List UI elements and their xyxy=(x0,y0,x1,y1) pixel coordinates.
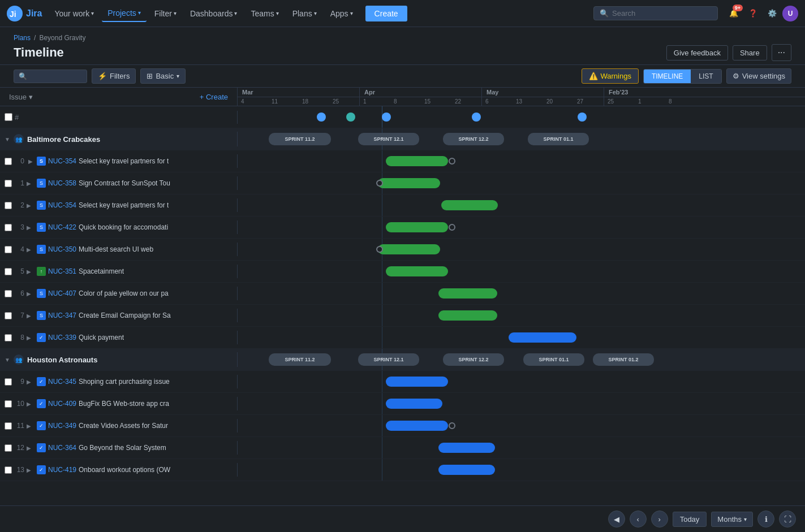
basic-button[interactable]: ⊞ Basic ▾ xyxy=(140,68,186,84)
fullscreen-button[interactable]: ⛶ xyxy=(779,511,796,527)
expand-icon[interactable]: ▶ xyxy=(27,224,35,231)
today-button[interactable]: Today xyxy=(673,512,707,527)
issue-key[interactable]: NUC-345 xyxy=(48,378,76,386)
tab-timeline[interactable]: TIMELINE xyxy=(644,70,691,83)
nav-dashboards[interactable]: Dashboards ▾ xyxy=(184,6,243,21)
jira-logo[interactable]: Ji Jira xyxy=(7,6,42,21)
warnings-button[interactable]: ⚠️ Warnings xyxy=(582,68,639,84)
expand-icon[interactable]: ▶ xyxy=(27,157,35,165)
expand-group-icon[interactable]: ▼ xyxy=(5,357,10,363)
search-box[interactable]: 🔍 Search xyxy=(593,6,718,20)
issue-key[interactable]: NUC-354 xyxy=(48,157,76,165)
nav-next-button[interactable]: › xyxy=(651,511,668,527)
row-checkbox[interactable] xyxy=(5,180,12,187)
task-bar[interactable] xyxy=(386,222,448,232)
settings-button[interactable]: ⚙️ xyxy=(763,5,781,23)
more-options-button[interactable]: ··· xyxy=(772,44,791,61)
issue-cell: 13 ▶ ✓ NUC-419 Onboard workout options (… xyxy=(0,463,238,477)
issue-key[interactable]: NUC-409 xyxy=(48,400,76,408)
row-checkbox[interactable] xyxy=(5,246,12,253)
issue-key[interactable]: NUC-349 xyxy=(48,422,76,430)
task-bar[interactable] xyxy=(438,288,497,299)
row-checkbox[interactable] xyxy=(5,378,12,386)
row-checkbox[interactable] xyxy=(5,444,12,452)
row-checkbox[interactable] xyxy=(5,312,12,319)
expand-icon[interactable]: ▶ xyxy=(27,401,35,407)
expand-icon[interactable]: ▶ xyxy=(27,423,35,429)
task-bar[interactable] xyxy=(378,178,440,188)
task-bar[interactable] xyxy=(509,332,576,343)
issue-key[interactable]: NUC-419 xyxy=(48,466,76,474)
select-all-checkbox[interactable] xyxy=(5,113,12,121)
row-checkbox[interactable] xyxy=(5,400,12,408)
issue-key[interactable]: NUC-354 xyxy=(48,201,76,209)
nav-back-button[interactable]: ◀ xyxy=(608,511,625,527)
task-bar[interactable] xyxy=(386,421,448,431)
expand-icon[interactable]: ▶ xyxy=(27,445,35,451)
expand-icon[interactable]: ▶ xyxy=(27,313,35,319)
row-checkbox[interactable] xyxy=(5,466,12,474)
nav-filter[interactable]: Filter ▾ xyxy=(149,6,182,21)
task-bar[interactable] xyxy=(378,244,440,254)
nav-teams[interactable]: Teams ▾ xyxy=(245,6,284,21)
expand-icon[interactable]: ▶ xyxy=(27,246,35,253)
row-checkbox[interactable] xyxy=(5,224,12,231)
months-button[interactable]: Months ▾ xyxy=(711,512,753,527)
issue-title: Onboard workout options (OW xyxy=(79,466,170,474)
task-bar[interactable] xyxy=(438,465,495,475)
task-bar[interactable] xyxy=(386,377,448,387)
table-row: 5 ▶ ↑ NUC-351 Spacetainment xyxy=(0,261,805,283)
create-button[interactable]: Create xyxy=(365,6,407,21)
issue-title: Color of pale yellow on our pa xyxy=(79,289,169,297)
task-bar[interactable] xyxy=(441,200,498,210)
expand-icon[interactable]: ▶ xyxy=(27,291,35,297)
issue-key[interactable]: NUC-351 xyxy=(48,267,76,275)
nav-projects[interactable]: Projects ▾ xyxy=(102,5,147,22)
expand-icon[interactable]: ▶ xyxy=(27,335,35,341)
issue-key[interactable]: NUC-364 xyxy=(48,444,76,452)
expand-icon[interactable]: ▶ xyxy=(27,269,35,275)
issue-key[interactable]: NUC-407 xyxy=(48,289,76,297)
expand-icon[interactable]: ▶ xyxy=(27,379,35,385)
row-checkbox[interactable] xyxy=(5,202,12,209)
share-button[interactable]: Share xyxy=(733,45,767,60)
issue-key[interactable]: NUC-347 xyxy=(48,312,76,319)
row-checkbox[interactable] xyxy=(5,158,12,165)
task-bar[interactable] xyxy=(386,266,448,276)
row-number: 0 xyxy=(14,157,24,165)
avatar[interactable]: U xyxy=(782,6,798,21)
expand-icon[interactable]: ▶ xyxy=(27,467,35,473)
expand-icon[interactable]: ▶ xyxy=(27,202,35,209)
tab-list[interactable]: LIST xyxy=(691,70,721,83)
task-bar[interactable] xyxy=(438,443,495,453)
help-button[interactable]: ❓ xyxy=(744,5,762,23)
task-bar[interactable] xyxy=(438,310,497,321)
row-checkbox[interactable] xyxy=(5,268,12,275)
row-checkbox[interactable] xyxy=(5,422,12,430)
nav-apps[interactable]: Apps ▾ xyxy=(325,6,359,21)
toolbar-search[interactable]: 🔍 xyxy=(14,70,87,83)
create-issue-button[interactable]: + Create xyxy=(200,93,228,101)
issue-key[interactable]: NUC-339 xyxy=(48,334,76,341)
row-checkbox[interactable] xyxy=(5,290,12,297)
task-bar[interactable] xyxy=(386,156,448,166)
chevron-down-icon: ▾ xyxy=(177,73,179,79)
view-settings-button[interactable]: ⚙ View settings xyxy=(726,68,791,84)
row-checkbox[interactable] xyxy=(5,334,12,341)
issue-key[interactable]: NUC-358 xyxy=(48,179,76,187)
issue-key[interactable]: NUC-350 xyxy=(48,245,76,253)
nav-prev-button[interactable]: ‹ xyxy=(630,511,647,527)
filters-button[interactable]: ⚡ Filters xyxy=(92,68,136,84)
nav-your-work[interactable]: Your work ▾ xyxy=(49,6,100,21)
give-feedback-button[interactable]: Give feedback xyxy=(666,45,728,60)
info-button[interactable]: ℹ xyxy=(757,511,774,527)
breadcrumb-separator: / xyxy=(34,34,36,42)
issue-cell: 4 ▶ S NUC-350 Multi-dest search UI web xyxy=(0,243,238,256)
expand-icon[interactable]: ▶ xyxy=(27,180,35,187)
task-bar[interactable] xyxy=(386,399,442,409)
notifications-button[interactable]: 🔔 9+ xyxy=(725,5,743,23)
expand-group-icon[interactable]: ▼ xyxy=(5,136,10,142)
breadcrumb-plans[interactable]: Plans xyxy=(14,34,31,42)
nav-plans[interactable]: Plans ▾ xyxy=(287,6,322,21)
issue-key[interactable]: NUC-422 xyxy=(48,223,76,231)
